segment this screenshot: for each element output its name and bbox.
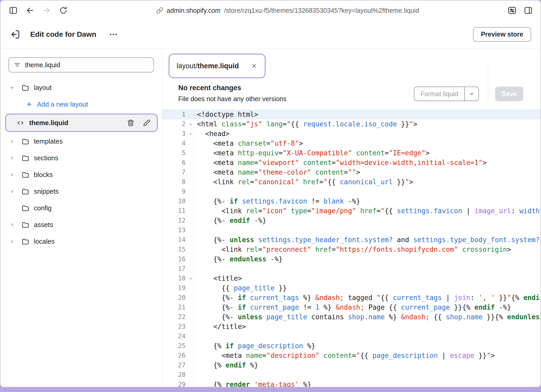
chevron-down-icon	[469, 91, 475, 97]
code-text: <meta name="theme-color" content="">	[193, 168, 540, 177]
more-menu-icon[interactable]	[109, 30, 118, 39]
code-text: <head>	[193, 129, 540, 139]
code-line[interactable]: 4 <meta charset="utf-8">	[162, 139, 540, 148]
code-line[interactable]: 22 {%- unless page_title contains shop.n…	[162, 312, 540, 322]
chevron-down-icon[interactable]	[9, 85, 21, 90]
code-lines: 1<!doctype html>2<html class="js" lang="…	[162, 110, 540, 387]
sidebar-item-locales[interactable]: locales	[1, 233, 162, 250]
code-line[interactable]: 19 {{ page_title }}	[162, 283, 540, 293]
line-number: 25	[162, 341, 193, 351]
line-number: 20	[162, 293, 193, 303]
folder-label: templates	[34, 138, 63, 145]
chevron-right-icon[interactable]	[9, 155, 21, 161]
fold-icon[interactable]	[188, 276, 193, 281]
close-icon[interactable]	[251, 63, 257, 69]
code-text: <meta http-equiv="X-UA-Compatible" conte…	[193, 148, 540, 158]
code-line[interactable]: 2<html class="js" lang="{{ request.local…	[162, 119, 540, 129]
code-line[interactable]: 21 {%- if current_page != 1 %} &ndash; P…	[162, 303, 540, 312]
plus-icon	[26, 101, 33, 108]
file-search-box[interactable]	[8, 57, 154, 72]
code-line[interactable]: 20 {%- if current_tags %} &ndash; tagged…	[162, 293, 540, 303]
address-bar[interactable]: admin.shopify.com/store/rzq1xu-f5/themes…	[68, 7, 508, 14]
code-editor[interactable]: 1<!doctype html>2<html class="js" lang="…	[162, 109, 540, 387]
line-number: 4	[162, 139, 193, 148]
code-line[interactable]: 17	[162, 264, 540, 274]
folder-icon	[21, 154, 29, 162]
format-liquid-caret[interactable]	[464, 87, 478, 101]
reload-icon[interactable]	[59, 6, 68, 15]
code-line[interactable]: 26 <meta name="description" content="{{ …	[162, 351, 540, 360]
sidebar-item-add-a-new-layout[interactable]: Add a new layout	[1, 96, 162, 113]
code-text	[193, 187, 540, 197]
code-line[interactable]: 14 {%- unless settings.type_header_font.…	[162, 235, 540, 245]
chevron-right-icon[interactable]	[9, 172, 21, 177]
code-text: {%- if current_tags %} &ndash; tagged "{…	[193, 293, 540, 303]
code-text: {%- unless page_title contains shop.name…	[193, 312, 540, 322]
code-line[interactable]: 27 {% endif %}	[162, 360, 540, 370]
chevron-right-icon[interactable]	[9, 222, 21, 228]
chevron-right-icon[interactable]	[9, 139, 21, 144]
code-line[interactable]: 16 {%- endunless -%}	[162, 254, 540, 264]
sidebar-item-templates[interactable]: templates	[1, 133, 162, 150]
code-line[interactable]: 8 <link rel="canonical" href="{{ canonic…	[162, 177, 540, 187]
sidebar-item-sections[interactable]: sections	[1, 150, 162, 166]
code-line[interactable]: 28	[162, 370, 540, 380]
sidebar-item-assets[interactable]: assets	[1, 216, 162, 233]
code-line[interactable]: 3 <head>	[162, 129, 540, 139]
sidebar-item-blocks[interactable]: blocks	[1, 166, 162, 183]
delete-icon[interactable]	[127, 119, 135, 127]
sidebar-item-snippets[interactable]: snippets	[1, 183, 162, 200]
line-number: 3	[162, 129, 193, 139]
code-text: {%- endunless -%}	[193, 254, 540, 264]
line-number: 8	[162, 177, 193, 187]
code-text: {%- unless settings.type_header_font.sys…	[193, 235, 540, 245]
code-line[interactable]: 23 </title>	[162, 322, 540, 332]
chevron-right-icon[interactable]	[9, 239, 21, 244]
exit-editor-icon[interactable]	[10, 29, 20, 40]
preview-store-button[interactable]: Preview store	[473, 27, 531, 42]
code-text: <link rel="icon" type="image/png" href="…	[193, 206, 540, 216]
back-icon[interactable]	[26, 6, 34, 15]
line-number: 16	[162, 254, 193, 264]
fold-icon[interactable]	[188, 132, 193, 136]
fold-icon[interactable]	[188, 122, 193, 127]
code-text: <link rel="canonical" href="{{ canonical…	[193, 177, 540, 187]
sidebar-item-layout[interactable]: layout	[1, 79, 162, 96]
sidebar-toggle-icon[interactable]	[9, 6, 18, 15]
code-text: {% render 'meta-tags' %}	[193, 380, 540, 387]
search-input[interactable]	[25, 61, 149, 69]
edit-icon[interactable]	[143, 119, 151, 127]
chevron-right-icon[interactable]	[9, 189, 21, 194]
line-number: 17	[162, 264, 193, 274]
tab-theme-liquid[interactable]: layout/theme.liquid	[169, 54, 266, 78]
code-line[interactable]: 1<!doctype html>	[162, 110, 540, 119]
folder-icon	[21, 204, 29, 212]
code-line[interactable]: 29 {% render 'meta-tags' %}	[162, 380, 540, 387]
folder-icon	[21, 137, 29, 145]
sidebar-right-icon[interactable]	[524, 6, 533, 15]
code-line[interactable]: 7 <meta name="theme-color" content="">	[162, 168, 540, 177]
sidebar-item-config[interactable]: config	[1, 200, 162, 216]
code-line[interactable]: 18 <title>	[162, 274, 540, 283]
code-line[interactable]: 12 {%- endif -%}	[162, 216, 540, 225]
folder-label: locales	[34, 238, 54, 245]
content: layoutAdd a new layouttheme.liquidtempla…	[1, 48, 540, 387]
code-line[interactable]: 11 <link rel="icon" type="image/png" hre…	[162, 206, 540, 216]
url-domain: admin.shopify.com	[167, 7, 221, 14]
line-number: 19	[162, 283, 193, 293]
code-line[interactable]: 25 {% if page_description %}	[162, 341, 540, 351]
sidebar-item-theme-liquid[interactable]: theme.liquid	[5, 114, 158, 132]
code-line[interactable]: 13	[162, 225, 540, 235]
code-line[interactable]: 15 <link rel="preconnect" href="https://…	[162, 245, 540, 254]
page-settings-icon[interactable]	[508, 6, 517, 15]
save-button[interactable]: Save	[495, 87, 523, 101]
tab-label: layout/theme.liquid	[177, 62, 239, 70]
code-line[interactable]: 6 <meta name="viewport" content="width=d…	[162, 158, 540, 168]
code-line[interactable]: 10 {%- if settings.favicon != blank -%}	[162, 197, 540, 206]
line-number: 15	[162, 245, 193, 254]
code-line[interactable]: 5 <meta http-equiv="X-UA-Compatible" con…	[162, 148, 540, 158]
line-number: 9	[162, 187, 193, 197]
format-liquid-button[interactable]: Format liquid	[414, 87, 479, 101]
code-line[interactable]: 9	[162, 187, 540, 197]
code-line[interactable]: 24	[162, 332, 540, 341]
